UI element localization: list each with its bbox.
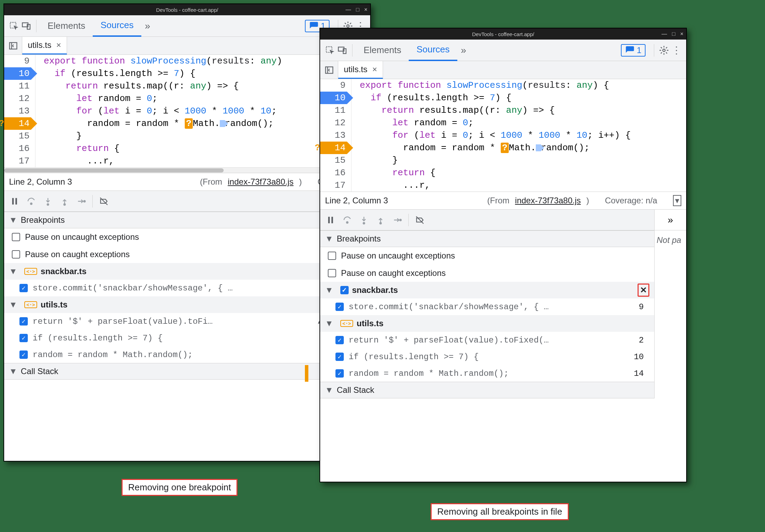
- navigator-toggle-icon[interactable]: [320, 61, 338, 79]
- pause-caught-row[interactable]: Pause on caught exceptions: [320, 264, 654, 282]
- step-button[interactable]: [390, 212, 405, 228]
- checkbox-checked[interactable]: ✓: [335, 369, 344, 378]
- checkbox-unchecked[interactable]: [328, 252, 336, 260]
- step-out-button[interactable]: [57, 194, 72, 209]
- inspect-icon[interactable]: [8, 20, 20, 32]
- chevron-down-icon: ▼: [9, 267, 17, 276]
- checkbox-checked[interactable]: ✓: [340, 286, 349, 294]
- pause-caught-row[interactable]: Pause on caught exceptions: [4, 246, 370, 263]
- checkbox-checked[interactable]: ✓: [19, 351, 28, 359]
- conditional-breakpoint-marker[interactable]: 14: [320, 142, 347, 154]
- tab-elements[interactable]: Elements: [40, 15, 93, 37]
- code-editor[interactable]: 9 10 11 12 13 14 15 16 17 export functio…: [320, 79, 686, 192]
- step-over-button[interactable]: [340, 212, 355, 228]
- more-panels-icon[interactable]: »: [655, 210, 686, 230]
- breakpoints-section-header[interactable]: ▼ Breakpoints: [320, 230, 654, 247]
- conditional-breakpoint-marker[interactable]: 14: [4, 117, 31, 130]
- gutter[interactable]: 9 10 11 12 13 14 15 16 17: [320, 79, 351, 192]
- maximize-icon[interactable]: □: [672, 31, 675, 37]
- checkbox-unchecked[interactable]: [12, 233, 20, 241]
- file-tab-utils[interactable]: utils.ts ×: [338, 61, 383, 79]
- titlebar[interactable]: DevTools - coffee-cart.app/ — □ ×: [4, 4, 370, 15]
- pause-button[interactable]: [323, 212, 338, 228]
- step-into-button[interactable]: [40, 194, 56, 209]
- more-tabs-icon[interactable]: »: [141, 20, 154, 32]
- more-tabs-icon[interactable]: »: [457, 44, 470, 57]
- pause-uncaught-row[interactable]: Pause on uncaught exceptions: [320, 247, 654, 264]
- breakpoint-file-group[interactable]: ▼ <·> utils.ts: [4, 296, 370, 313]
- breakpoint-item-hover[interactable]: ✓ return '$' + parseFloat(value).toFi… ✕…: [4, 313, 370, 330]
- main-toolbar: Elements Sources » 1 ⋮: [320, 40, 686, 61]
- breakpoint-marker[interactable]: 10: [320, 92, 347, 104]
- svg-point-7: [31, 203, 32, 204]
- checkbox-unchecked[interactable]: [328, 269, 336, 277]
- horizontal-scrollbar[interactable]: [4, 167, 370, 173]
- callstack-section-header[interactable]: ▼ Call Stack: [4, 363, 370, 380]
- gear-icon[interactable]: [658, 44, 670, 57]
- tab-sources[interactable]: Sources: [409, 40, 457, 61]
- remove-all-breakpoints-icon[interactable]: ✕: [638, 284, 649, 297]
- kebab-icon[interactable]: ⋮: [670, 44, 683, 57]
- bottom-panel-toggle-icon[interactable]: ▾: [673, 195, 681, 206]
- step-out-button[interactable]: [373, 212, 388, 228]
- svg-point-10: [84, 200, 85, 202]
- chevron-down-icon: ▼: [9, 215, 17, 225]
- step-button[interactable]: [74, 194, 89, 209]
- breakpoint-item[interactable]: ✓ if (results.length >= 7) { 10: [4, 330, 370, 346]
- file-tab-label: utils.ts: [344, 65, 367, 74]
- inline-breakpoint-icon[interactable]: [220, 120, 225, 127]
- minimize-icon[interactable]: —: [662, 31, 667, 37]
- close-tab-icon[interactable]: ×: [372, 65, 377, 74]
- svg-rect-6: [15, 198, 17, 204]
- close-icon[interactable]: ×: [364, 7, 367, 13]
- debugger-toolbar: [4, 191, 370, 212]
- inline-logpoint-icon[interactable]: ?: [185, 118, 193, 129]
- step-into-button[interactable]: [356, 212, 372, 228]
- source-map-link[interactable]: index-73f73a80.js: [515, 196, 581, 205]
- checkbox-unchecked[interactable]: [12, 250, 20, 259]
- devtools-window-2: DevTools - coffee-cart.app/ — □ × Elemen…: [319, 28, 687, 482]
- step-over-button[interactable]: [24, 194, 39, 209]
- close-tab-icon[interactable]: ×: [56, 40, 61, 50]
- pause-button[interactable]: [7, 194, 22, 209]
- breakpoint-file-group[interactable]: ▼ <·> utils.ts: [320, 315, 654, 332]
- checkbox-checked[interactable]: ✓: [335, 336, 344, 344]
- minimize-icon[interactable]: —: [346, 7, 351, 13]
- pause-uncaught-row[interactable]: Pause on uncaught exceptions: [4, 228, 370, 246]
- tab-elements[interactable]: Elements: [356, 40, 409, 61]
- breakpoint-file-group[interactable]: ▼ <·> snackbar.ts: [4, 263, 370, 280]
- breakpoint-marker[interactable]: 10: [4, 67, 31, 80]
- maximize-icon[interactable]: □: [356, 7, 359, 13]
- inline-logpoint-icon[interactable]: ?: [501, 143, 509, 153]
- breakpoints-section-header[interactable]: ▼ Breakpoints: [4, 212, 370, 228]
- deactivate-breakpoints-button[interactable]: [412, 212, 427, 228]
- source-map-link[interactable]: index-73f73a80.js: [228, 177, 293, 187]
- device-icon[interactable]: [20, 20, 33, 32]
- issues-badge[interactable]: 1: [621, 44, 646, 57]
- checkbox-checked[interactable]: ✓: [335, 353, 344, 361]
- breakpoint-item[interactable]: ✓ if (results.length >= 7) { 10: [320, 348, 654, 365]
- breakpoint-item[interactable]: ✓ return '$' + parseFloat(value).toFixed…: [320, 332, 654, 348]
- navigator-toggle-icon[interactable]: [4, 37, 22, 54]
- breakpoint-item[interactable]: ✓ random = random * Math.random(); 14: [320, 365, 654, 382]
- code-content[interactable]: export function slowProcessing(results: …: [351, 79, 686, 192]
- file-tab-utils[interactable]: utils.ts ×: [22, 37, 67, 54]
- breakpoint-item[interactable]: ✓ random = random * Math.random(); 14: [4, 346, 370, 363]
- inspect-icon[interactable]: [324, 44, 336, 57]
- checkbox-checked[interactable]: ✓: [19, 284, 28, 292]
- deactivate-breakpoints-button[interactable]: [96, 194, 111, 209]
- breakpoint-file-group-hover[interactable]: ▼ ✓ snackbar.ts ✕: [320, 282, 654, 298]
- device-icon[interactable]: [336, 44, 349, 57]
- close-icon[interactable]: ×: [680, 31, 683, 37]
- tab-sources[interactable]: Sources: [93, 15, 141, 37]
- breakpoint-item[interactable]: ✓ store.commit('snackbar/showMessage', {…: [4, 280, 370, 296]
- titlebar[interactable]: DevTools - coffee-cart.app/ — □ ×: [320, 28, 686, 40]
- checkbox-checked[interactable]: ✓: [19, 317, 28, 326]
- breakpoint-item[interactable]: ✓ store.commit('snackbar/showMessage', {…: [320, 298, 654, 315]
- inline-breakpoint-icon[interactable]: [536, 144, 541, 151]
- callstack-section-header[interactable]: ▼ Call Stack: [320, 382, 654, 398]
- checkbox-checked[interactable]: ✓: [19, 334, 28, 342]
- gutter[interactable]: 9 10 11 12 13 14 15 16 17: [4, 55, 35, 167]
- checkbox-checked[interactable]: ✓: [335, 303, 344, 311]
- caption-remove-all: Removing all breakpoints in file: [431, 503, 569, 520]
